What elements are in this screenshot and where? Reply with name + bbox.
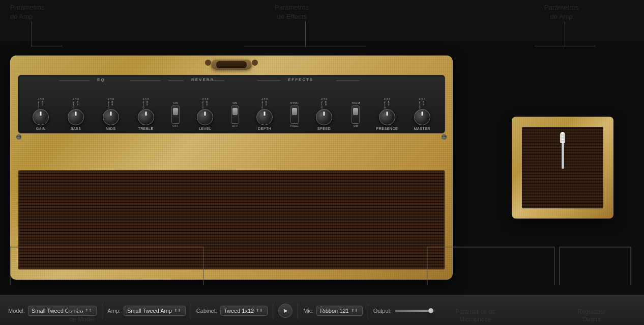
effects-on-label: ON	[232, 101, 237, 105]
reverb-toggle-group: ON OFF	[163, 83, 188, 130]
model-select-value: Small Tweed Combo	[32, 308, 83, 314]
gain-scale: 3 4 62 81 90	[38, 98, 44, 109]
reverb-toggle[interactable]	[171, 105, 180, 124]
free-label: FREE	[290, 124, 299, 128]
amp-handle-foot-right	[252, 60, 258, 66]
bass-label: BASS	[71, 127, 81, 130]
treble-knob-group: 3 4 62 81 90 TREBLE	[128, 83, 163, 130]
presence-knob-group: 3 4 62 81 90 PRESENCE	[370, 83, 405, 130]
treble-knob[interactable]	[138, 109, 154, 125]
output-slider-fill	[395, 310, 431, 312]
effects-line-left	[257, 80, 280, 81]
depth-knob[interactable]	[256, 109, 273, 125]
separator-4	[298, 303, 298, 318]
level-knob-group: 3 4 62 81 90 LEVEL	[188, 83, 223, 130]
effects-line-right	[336, 80, 359, 81]
separator-2	[191, 303, 191, 318]
play-button[interactable]: ▶	[278, 304, 292, 318]
separator-5	[368, 303, 368, 318]
presence-knob[interactable]	[379, 109, 395, 125]
amp-select[interactable]: Small Tweed Amp ⬆⬇	[124, 306, 186, 316]
bass-scale: 3 4 62 81 90	[73, 98, 79, 109]
master-knob[interactable]	[414, 109, 430, 125]
separator-1	[102, 303, 102, 318]
bass-knob[interactable]	[68, 109, 84, 125]
sync-toggle-group: SYNC FREE	[282, 83, 307, 130]
speed-knob[interactable]	[316, 109, 332, 125]
mids-scale: 3 4 62 81 90	[108, 98, 114, 109]
master-label: MASTER	[414, 127, 430, 130]
reverb-line-right	[209, 80, 224, 81]
trem-vib-toggle[interactable]	[352, 105, 360, 124]
effects-section-label: EFFECTS	[288, 77, 313, 82]
reverb-on-label: ON	[173, 101, 178, 105]
presence-scale: 3 4 62 81 90	[384, 98, 390, 109]
amp-handle-foot-left	[205, 60, 211, 66]
eq-line-right	[130, 80, 161, 81]
bottom-bar: Model: Small Tweed Combo ⬆⬇ Amp: Small T…	[0, 295, 644, 325]
mic-select-value: Ribbon 121	[320, 308, 348, 314]
gain-label: GAIN	[36, 127, 46, 130]
model-select[interactable]: Small Tweed Combo ⬆⬇	[28, 306, 97, 316]
main-content: EQ REVERB EFFECTS 3 4 62 81 90 GAIN	[0, 41, 644, 294]
presence-label: PRESENCE	[376, 127, 398, 130]
model-select-arrow: ⬆⬇	[85, 308, 92, 313]
treble-scale: 3 4 62 81 90	[142, 98, 149, 109]
sync-toggle[interactable]	[290, 105, 299, 124]
reverb-off-label: OFF	[172, 124, 179, 128]
effects-toggle[interactable]	[231, 105, 239, 124]
eq-section-label: EQ	[97, 77, 105, 82]
depth-scale: 3 4 62 81 90	[261, 98, 268, 109]
sync-label: SYNC	[290, 101, 299, 105]
app-window: Parámetrosde Amp Parámetrosde Effects Pa…	[0, 0, 644, 325]
reverb-line-left	[168, 80, 184, 81]
depth-label: DEPTH	[258, 127, 271, 130]
master-scale: 3 4 62 81 90	[419, 98, 425, 109]
gain-knob[interactable]	[33, 109, 49, 125]
amp-params-left-annotation: Parámetrosde Amp	[10, 3, 44, 21]
amp-select-arrow: ⬆⬇	[174, 308, 181, 313]
mic-select[interactable]: Ribbon 121 ⬆⬇	[316, 306, 362, 316]
play-icon: ▶	[284, 308, 288, 313]
amp-params-right-annotation: Parámetrosde Amp	[544, 3, 578, 21]
level-scale: 3 4 62 81 90	[202, 98, 208, 109]
trem-label: TREM	[352, 101, 360, 105]
speed-scale: 3 4 62 81 90	[321, 98, 327, 109]
amp-body: EQ REVERB EFFECTS 3 4 62 81 90 GAIN	[10, 56, 453, 280]
eq-line-left	[59, 80, 90, 81]
mids-knob[interactable]	[103, 109, 119, 125]
vib-label: VIB	[353, 124, 358, 128]
amp-select-value: Small Tweed Amp	[127, 308, 172, 314]
treble-label: TREBLE	[138, 127, 153, 130]
mids-knob-group: 3 4 62 81 90 MIDS	[93, 83, 128, 130]
output-param-label: Output:	[373, 308, 392, 314]
model-param-label: Model:	[8, 308, 25, 314]
level-label: LEVEL	[199, 127, 211, 130]
cabinet-select-value: Tweed 1x12	[224, 308, 254, 314]
cabinet-select-arrow: ⬆⬇	[256, 308, 263, 313]
screw-top-left	[16, 134, 21, 140]
amp-param-label: Amp:	[107, 308, 121, 314]
gain-knob-group: 3 4 62 81 90 GAIN	[23, 83, 58, 130]
mic-body	[562, 143, 564, 169]
output-slider[interactable]	[395, 310, 435, 312]
master-knob-group: 3 4 62 81 90 MASTER	[404, 83, 440, 130]
reverb-section-label: REVERB	[191, 77, 214, 82]
level-knob[interactable]	[197, 109, 213, 125]
controls-panel: EQ REVERB EFFECTS 3 4 62 81 90 GAIN	[18, 75, 445, 133]
trem-vib-toggle-group: TREM VIB	[342, 83, 370, 130]
amp-handle	[211, 60, 252, 70]
output-slider-thumb	[428, 308, 433, 313]
mic-param-label: Mic:	[303, 308, 313, 314]
speed-knob-group: 3 4 62 81 90 SPEED	[307, 83, 342, 130]
cabinet-select[interactable]: Tweed 1x12 ⬆⬇	[220, 306, 268, 316]
bass-knob-group: 3 4 62 81 90 BASS	[58, 83, 94, 130]
effects-params-annotation: Parámetrosde Effects	[275, 3, 309, 21]
screw-top-right	[442, 134, 447, 140]
cabinet-param-label: Cabinet:	[196, 308, 217, 314]
mic-select-arrow: ⬆⬇	[351, 308, 358, 313]
mic-head	[560, 132, 565, 143]
microphone	[561, 132, 565, 173]
effects-off-label: OFF	[232, 124, 238, 128]
separator-3	[273, 303, 273, 318]
